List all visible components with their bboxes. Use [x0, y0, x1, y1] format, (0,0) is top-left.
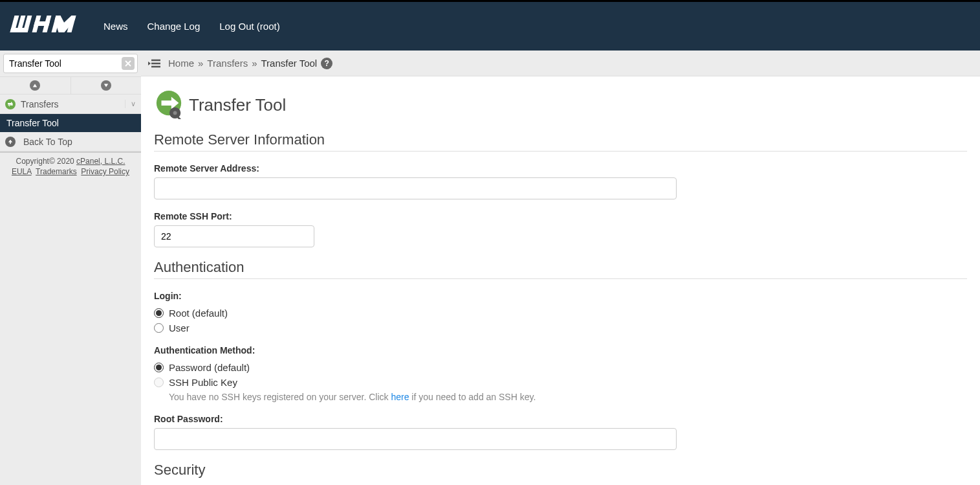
ssh-help-suffix: if you need to add an SSH key. [409, 392, 536, 402]
svg-point-23 [173, 111, 177, 115]
help-icon[interactable]: ? [321, 58, 332, 69]
breadcrumb-transfers[interactable]: Transfers [207, 58, 248, 69]
collapse-sidebar-icon[interactable] [147, 58, 160, 69]
clear-search-icon[interactable] [122, 57, 135, 70]
nav-changelog[interactable]: Change Log [147, 21, 201, 32]
collapse-all-button[interactable] [0, 77, 71, 94]
transfers-icon [5, 99, 16, 109]
chevron-down-icon [101, 80, 111, 91]
label-auth-method: Authentication Method: [154, 345, 967, 355]
breadcrumb: Home » Transfers » Transfer Tool ? [141, 51, 980, 76]
back-to-top-button[interactable]: Back To Top [0, 132, 141, 152]
sidebar-footer: Copyright© 2020 cPanel, L.L.C. EULA Trad… [0, 152, 141, 180]
radio-login-root[interactable] [154, 308, 164, 318]
svg-marker-20 [148, 62, 151, 65]
label-remote-address: Remote Server Address: [154, 163, 967, 174]
header-bar: News Change Log Log Out (root) [0, 2, 980, 51]
transfer-tool-icon [154, 89, 189, 121]
section-remote-server: Remote Server Information [154, 131, 967, 152]
sidebar-search-input[interactable] [3, 54, 138, 73]
breadcrumb-home[interactable]: Home [168, 58, 194, 69]
radio-auth-password[interactable] [154, 363, 164, 372]
section-security: Security [154, 462, 967, 481]
svg-rect-3 [10, 28, 28, 32]
breadcrumb-separator: » [198, 58, 203, 69]
copyright-text: Copyright© 2020 [16, 157, 77, 166]
arrow-up-icon [5, 137, 16, 147]
section-authentication: Authentication [154, 259, 967, 279]
svg-marker-13 [33, 84, 37, 87]
radio-login-user[interactable] [154, 323, 164, 333]
remote-address-input[interactable] [154, 177, 677, 199]
nav-news[interactable]: News [103, 21, 128, 32]
radio-login-root-label: Root (default) [169, 308, 228, 319]
back-to-top-label: Back To Top [23, 137, 72, 147]
radio-auth-sshkey-label: SSH Public Key [169, 377, 237, 388]
sidebar-item-label: Transfer Tool [6, 118, 59, 128]
expand-all-button[interactable] [71, 77, 142, 94]
radio-auth-password-label: Password (default) [169, 362, 250, 373]
root-password-input[interactable] [154, 428, 677, 450]
sidebar-section-transfers[interactable]: Transfers ∨ [0, 95, 141, 114]
page-title: Transfer Tool [189, 95, 286, 115]
eula-link[interactable]: EULA [12, 167, 32, 176]
nav-logout[interactable]: Log Out (root) [219, 21, 279, 32]
svg-rect-6 [34, 21, 50, 26]
privacy-link[interactable]: Privacy Policy [81, 167, 129, 176]
sidebar-item-transfer-tool[interactable]: Transfer Tool [0, 114, 141, 132]
radio-auth-sshkey[interactable] [154, 378, 164, 387]
breadcrumb-separator: » [252, 58, 257, 69]
svg-marker-16 [8, 139, 12, 143]
label-login: Login: [154, 291, 967, 301]
svg-marker-14 [104, 84, 108, 87]
chevron-up-icon [30, 80, 40, 91]
section-chevron-icon: ∨ [125, 100, 136, 108]
ssh-key-help-text: You have no SSH keys registered on your … [169, 392, 967, 402]
sidebar-section-label: Transfers [21, 99, 59, 109]
whm-logo [10, 14, 87, 38]
label-ssh-port: Remote SSH Port: [154, 211, 967, 221]
cpanel-link[interactable]: cPanel, L.L.C. [76, 157, 125, 166]
ssh-key-add-link[interactable]: here [391, 392, 409, 402]
ssh-port-input[interactable] [154, 225, 314, 247]
label-root-password: Root Password: [154, 414, 967, 424]
ssh-help-prefix: You have no SSH keys registered on your … [169, 392, 391, 402]
breadcrumb-current: Transfer Tool [261, 58, 318, 69]
radio-login-user-label: User [169, 322, 190, 333]
sidebar: Transfers ∨ Transfer Tool Back To Top Co… [0, 51, 141, 485]
trademarks-link[interactable]: Trademarks [36, 167, 77, 176]
